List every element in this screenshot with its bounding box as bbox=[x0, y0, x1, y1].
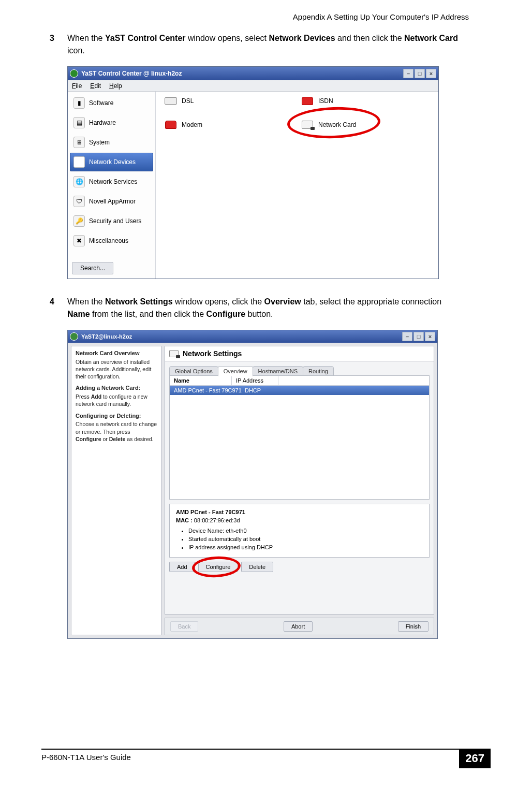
help-h2: Adding a Network Card: bbox=[76, 384, 157, 392]
detail-start: Started automatically at boot bbox=[188, 535, 423, 544]
minimize-button[interactable]: – bbox=[402, 332, 412, 341]
list-header: Name IP Address bbox=[170, 376, 429, 386]
sidebar-item-software[interactable]: ▮Software bbox=[70, 94, 153, 112]
isdn-icon bbox=[301, 96, 314, 106]
step-3: 3 When the YaST Control Center window op… bbox=[50, 32, 459, 57]
sidebar-item-novell-apparmor[interactable]: 🛡Novell AppArmor bbox=[70, 192, 153, 211]
sidebar-item-hardware[interactable]: ▤Hardware bbox=[70, 113, 153, 132]
tab-overview[interactable]: Overview bbox=[218, 366, 253, 376]
detail-ip-mode: IP address assigned using DHCP bbox=[188, 544, 423, 552]
window-titlebar: YaST Control Center @ linux-h2oz – □ × bbox=[68, 67, 438, 80]
screenshot-network-settings: YaST2@linux-h2oz – □ × Network Card Over… bbox=[67, 330, 438, 639]
detail-model: AMD PCnet - Fast 79C971 bbox=[176, 508, 423, 517]
help-h1: Network Card Overview bbox=[76, 349, 157, 357]
help-p2: Press Add to configure a new network car… bbox=[76, 393, 157, 407]
running-header: Appendix A Setting Up Your Computer's IP… bbox=[293, 12, 469, 21]
yast-icon bbox=[70, 332, 78, 341]
tab-hostname-dns[interactable]: Hostname/DNS bbox=[253, 366, 303, 376]
device-modem[interactable]: Modem bbox=[164, 120, 202, 130]
misc-icon: ✖ bbox=[73, 235, 85, 246]
card-list[interactable]: Name IP Address AMD PCnet - Fast 79C971 … bbox=[169, 375, 430, 500]
list-row-selected[interactable]: AMD PCnet - Fast 79C971 DHCP bbox=[170, 386, 429, 395]
yast-icon bbox=[70, 69, 78, 78]
step-4-number: 4 bbox=[50, 296, 67, 320]
menu-file[interactable]: File bbox=[72, 82, 82, 90]
system-icon: 🖥 bbox=[73, 137, 85, 148]
footer-guide: P-660N-T1A User's Guide bbox=[41, 753, 131, 762]
help-p1: Obtain an overview of installed network … bbox=[76, 358, 157, 381]
step-4: 4 When the Network Settings window opens… bbox=[50, 296, 459, 320]
dsl-icon bbox=[164, 96, 178, 106]
network-services-icon: 🌐 bbox=[73, 176, 85, 187]
hardware-icon: ▤ bbox=[73, 117, 85, 128]
window-title: YaST Control Center @ linux-h2oz bbox=[81, 70, 182, 77]
apparmor-icon: 🛡 bbox=[73, 196, 85, 207]
sidebar-item-system[interactable]: 🖥System bbox=[70, 133, 153, 152]
network-devices-icon: 🖧 bbox=[73, 156, 85, 168]
sidebar-item-miscellaneous[interactable]: ✖Miscellaneous bbox=[70, 231, 153, 250]
security-icon: 🔑 bbox=[73, 215, 85, 227]
back-button: Back bbox=[170, 621, 198, 632]
step-4-text: When the Network Settings window opens, … bbox=[67, 296, 459, 320]
menubar: File Edit Help bbox=[68, 80, 438, 92]
panel-title: Network Settings bbox=[165, 346, 434, 361]
detail-devname: Device Name: eth-eth0 bbox=[188, 527, 423, 535]
finish-button[interactable]: Finish bbox=[398, 621, 428, 632]
delete-button[interactable]: Delete bbox=[241, 562, 273, 572]
screenshot-yast-control-center: YaST Control Center @ linux-h2oz – □ × F… bbox=[67, 66, 439, 279]
col-ip[interactable]: IP Address bbox=[232, 376, 278, 385]
step-3-text: When the YaST Control Center window open… bbox=[67, 32, 459, 57]
software-icon: ▮ bbox=[73, 97, 85, 109]
abort-button[interactable]: Abort bbox=[284, 621, 313, 632]
maximize-button[interactable]: □ bbox=[413, 332, 424, 341]
col-name[interactable]: Name bbox=[170, 376, 232, 385]
device-isdn[interactable]: ISDN bbox=[301, 96, 333, 106]
minimize-button[interactable]: – bbox=[403, 69, 413, 78]
action-buttons: Add Configure Delete bbox=[169, 562, 430, 572]
page-number: 267 bbox=[459, 749, 491, 768]
help-h3: Configuring or Deleting: bbox=[76, 412, 157, 420]
category-sidebar: ▮Software ▤Hardware 🖥System 🖧Network Dev… bbox=[68, 92, 156, 279]
card-details: AMD PCnet - Fast 79C971 MAC : 08:00:27:9… bbox=[169, 504, 430, 558]
wizard-nav: Back Abort Finish bbox=[165, 618, 434, 635]
window-title: YaST2@linux-h2oz bbox=[81, 333, 132, 340]
menu-help[interactable]: Help bbox=[109, 82, 122, 90]
tab-routing[interactable]: Routing bbox=[303, 366, 334, 376]
detail-mac: MAC : 08:00:27:96:ed:3d bbox=[176, 517, 423, 525]
sidebar-item-network-services[interactable]: 🌐Network Services bbox=[70, 172, 153, 191]
close-button[interactable]: × bbox=[426, 69, 436, 78]
menu-edit[interactable]: Edit bbox=[90, 82, 101, 90]
sidebar-item-security-users[interactable]: 🔑Security and Users bbox=[70, 212, 153, 230]
window-titlebar: YaST2@linux-h2oz – □ × bbox=[68, 330, 437, 343]
sidebar-item-network-devices[interactable]: 🖧Network Devices bbox=[70, 153, 153, 171]
tabs: Global Options Overview Hostname/DNS Rou… bbox=[169, 366, 430, 376]
add-button[interactable]: Add bbox=[169, 562, 195, 572]
search-button[interactable]: Search... bbox=[72, 262, 113, 274]
maximize-button[interactable]: □ bbox=[415, 69, 425, 78]
tab-global-options[interactable]: Global Options bbox=[169, 366, 218, 376]
network-settings-icon bbox=[169, 350, 179, 357]
device-pane: DSL Modem ISDN Network Card bbox=[156, 92, 438, 279]
annotation-circle-network-card bbox=[287, 106, 381, 140]
footer-rule bbox=[41, 749, 491, 750]
close-button[interactable]: × bbox=[425, 332, 435, 341]
step-3-number: 3 bbox=[50, 32, 67, 57]
modem-icon bbox=[164, 120, 178, 130]
device-dsl[interactable]: DSL bbox=[164, 96, 194, 106]
help-panel: Network Card Overview Obtain an overview… bbox=[71, 346, 161, 635]
annotation-circle-configure bbox=[191, 555, 241, 578]
help-p3: Choose a network card to change or remov… bbox=[76, 420, 157, 443]
